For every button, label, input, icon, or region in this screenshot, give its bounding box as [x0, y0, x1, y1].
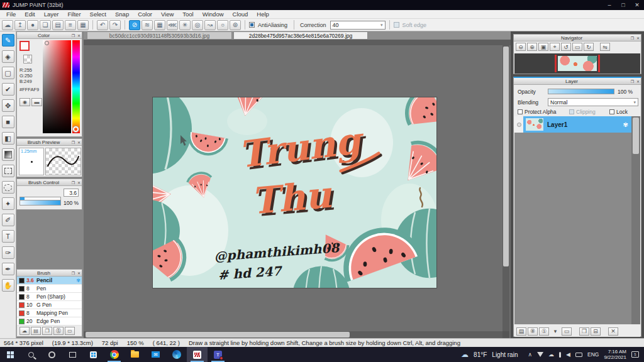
merge-layer-button[interactable]: ⊟ — [591, 327, 601, 336]
eraser-tool[interactable]: ◈ — [2, 50, 14, 63]
transparent-color-swatch[interactable] — [23, 55, 32, 63]
snap-curve-button[interactable]: ↝ — [204, 20, 216, 30]
weather-temp[interactable]: 81°F — [474, 351, 487, 358]
eyedropper-tool[interactable]: ✒ — [2, 263, 14, 275]
wifi-icon[interactable] — [537, 352, 543, 357]
snap-concentric-button[interactable]: ◎ — [192, 20, 203, 30]
saturation-value-box[interactable] — [43, 40, 71, 133]
document-tab-inactive[interactable]: bc50dcc1cc930d931148f530593b3d16.jpg — [87, 31, 232, 40]
color-bar-button[interactable]: ▬ — [31, 98, 42, 106]
brush-item-pen[interactable]: 8 Pen — [17, 285, 82, 293]
layer-row-layer1[interactable]: Layer1 ✾ — [514, 116, 631, 133]
add-folder-button[interactable]: ▭ — [562, 327, 572, 336]
protect-alpha-checkbox[interactable]: Protect Alpha — [518, 109, 557, 115]
cortana-button[interactable] — [42, 347, 62, 362]
add-layer-button[interactable]: ▤ — [516, 327, 526, 336]
task-view-button[interactable] — [62, 347, 83, 362]
start-button[interactable] — [0, 347, 21, 362]
layer-list-scrollbar[interactable] — [631, 116, 640, 324]
snap-parallel-button[interactable]: ≋ — [142, 20, 153, 30]
comment-button[interactable]: ❏ — [40, 20, 51, 30]
add-1bit-layer-button[interactable]: ① — [539, 327, 549, 336]
popout-icon[interactable]: ❐ — [630, 36, 635, 40]
close-icon[interactable]: ✕ — [76, 33, 82, 38]
snap-grid-button[interactable]: ▦ — [154, 20, 165, 30]
rotate-right-button[interactable]: ↻ — [584, 43, 594, 51]
popout-icon[interactable]: ❐ — [70, 140, 76, 145]
operation-tool[interactable]: ✔ — [2, 83, 14, 96]
onedrive-icon[interactable]: ☁ — [548, 351, 554, 358]
opacity-slider[interactable] — [548, 89, 614, 94]
menu-layer[interactable]: Layer — [40, 11, 64, 18]
menu-tool[interactable]: Tool — [178, 11, 197, 18]
jump-paint-button[interactable] — [187, 347, 208, 362]
brush-item-g-pen[interactable]: 10 G Pen — [17, 301, 82, 309]
clock[interactable]: 7:16 AM 9/22/2021 — [604, 349, 626, 360]
menu-color[interactable]: Color — [133, 11, 157, 18]
minimize-button[interactable]: – — [602, 0, 616, 10]
popout-icon[interactable]: ❐ — [70, 180, 76, 185]
horizontal-scroll-thumb[interactable] — [86, 332, 350, 337]
menu-file[interactable]: File — [2, 11, 20, 18]
maximize-button[interactable]: □ — [616, 0, 630, 10]
keyboard-icon[interactable] — [575, 353, 582, 357]
vertical-scroll-thumb[interactable] — [503, 47, 509, 266]
edge-button[interactable] — [166, 347, 187, 362]
menu-window[interactable]: Window — [198, 11, 228, 18]
hand-tool[interactable]: ✋ — [2, 279, 14, 292]
navigator-thumbnail[interactable] — [558, 56, 597, 71]
duplicate-layer-button[interactable]: ❐ — [579, 327, 589, 336]
popout-icon[interactable]: ❐ — [70, 271, 76, 275]
gear-icon[interactable]: ✾ — [623, 121, 628, 128]
select-lasso-tool[interactable] — [2, 181, 14, 194]
document-button[interactable]: ▤ — [52, 20, 64, 30]
notification-icon[interactable]: 5 — [631, 351, 639, 358]
teams-button[interactable]: T — [208, 347, 228, 362]
add-brush-button[interactable]: ▤ — [31, 327, 41, 335]
menu-cloud[interactable]: Cloud — [228, 11, 253, 18]
menu-edit[interactable]: Edit — [20, 11, 39, 18]
menu-snap[interactable]: Snap — [111, 11, 133, 18]
move-tool[interactable]: ✥ — [2, 99, 14, 112]
document-tab-active[interactable]: 2d28be475d957ac38e54e815e6a70269.jpg — [233, 31, 368, 40]
lock-checkbox[interactable]: Lock — [609, 109, 628, 115]
brush-item-pencil[interactable]: 3.6 Pencil ✾ — [17, 277, 82, 285]
publish-button[interactable]: ↥ — [14, 20, 26, 30]
panel-list-button[interactable]: ≡ — [65, 20, 76, 30]
canvas-horizontal-scrollbar[interactable] — [84, 331, 502, 338]
close-icon[interactable]: ✕ — [635, 79, 641, 84]
add-8bit-layer-button[interactable]: ⑧ — [528, 327, 538, 336]
sv-cursor[interactable] — [45, 41, 49, 45]
file-explorer-button[interactable] — [125, 347, 145, 362]
canvas-vertical-scrollbar[interactable] — [502, 45, 509, 331]
redo-button[interactable]: ↷ — [109, 20, 121, 30]
flip-view-button[interactable]: ⇋ — [600, 43, 610, 51]
bucket-tool[interactable]: ◧ — [2, 132, 14, 145]
gear-icon[interactable]: ✾ — [76, 278, 80, 283]
undo-button[interactable]: ↶ — [97, 20, 108, 30]
foreground-color-swatch[interactable] — [19, 41, 30, 51]
brush-size-value[interactable]: 3.6 — [64, 189, 79, 197]
zoom-in-button[interactable]: ⊕ — [527, 43, 537, 51]
fill-shape-tool[interactable]: ■ — [2, 116, 14, 128]
menu-select[interactable]: Select — [86, 11, 111, 18]
chrome-button[interactable] — [104, 347, 125, 362]
rotate-left-button[interactable]: ↺ — [561, 43, 571, 51]
brush-item-pen-sharp[interactable]: 8 Pen (Sharp) — [17, 293, 82, 301]
chat-button[interactable]: ● — [27, 20, 38, 30]
layer-menu-button[interactable]: ▾ — [550, 327, 560, 336]
canvas-document[interactable]: Trung Trung Thu Thu @phamthikimh08 # hd … — [153, 97, 436, 288]
weather-desc[interactable]: Light rain — [492, 351, 518, 358]
palette-settings-button[interactable]: ▦ — [77, 20, 89, 30]
cloud-button[interactable]: ☁ — [2, 20, 13, 30]
snap-off-button[interactable]: ⊘ — [129, 20, 140, 30]
menu-filter[interactable]: Filter — [63, 11, 85, 18]
brush-opacity-slider[interactable] — [19, 200, 61, 206]
close-icon[interactable]: ✕ — [635, 36, 641, 40]
snap-cross-button[interactable]: ✳ — [179, 20, 191, 30]
layer-scroll-thumb[interactable] — [633, 118, 639, 154]
language-indicator[interactable]: ENG — [587, 351, 599, 358]
popout-icon[interactable]: ❐ — [630, 79, 635, 84]
brush-item-edge-pen[interactable]: 20 Edge Pen — [17, 317, 82, 326]
download-brush-button[interactable]: ☁ — [19, 327, 30, 335]
